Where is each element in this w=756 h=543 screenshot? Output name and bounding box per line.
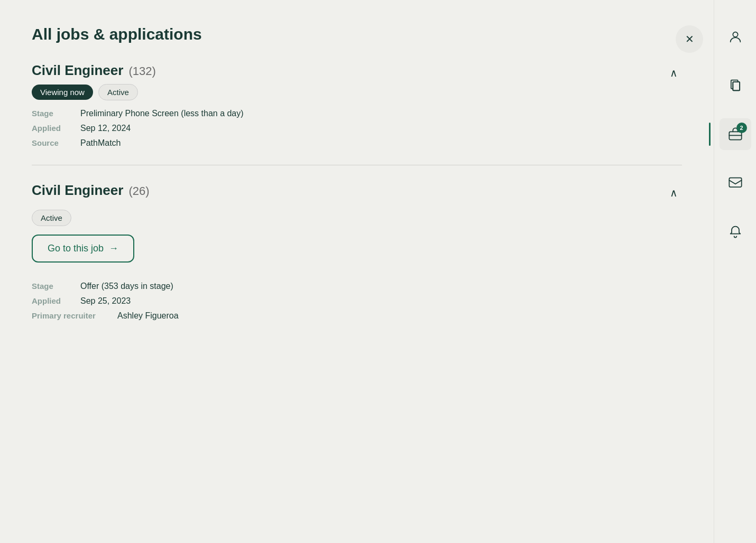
collapse-button-2[interactable]: ∧ (666, 182, 682, 203)
badge-viewing-now: Viewing now (32, 85, 93, 100)
main-content: All jobs & applications ✕ Civil Engineer… (0, 0, 714, 543)
collapse-button-1[interactable]: ∧ (666, 62, 682, 83)
applied-value-2: Sep 25, 2023 (80, 296, 131, 306)
stage-value-1: Preliminary Phone Screen (less than a da… (80, 109, 244, 118)
applied-row-1: Applied Sep 12, 2024 (32, 124, 682, 133)
arrow-right-icon: → (109, 243, 118, 254)
recruiter-row-2: Primary recruiter Ashley Figueroa (32, 311, 682, 321)
svg-point-0 (733, 32, 737, 37)
go-to-job-wrapper: Go to this job → (32, 235, 682, 273)
job-details-2: Stage Offer (353 days in stage) Applied … (32, 282, 682, 321)
applied-label-2: Applied (32, 296, 74, 305)
source-row-1: Source PathMatch (32, 138, 682, 148)
svg-rect-2 (733, 82, 740, 90)
stage-value-2: Offer (353 days in stage) (80, 282, 173, 291)
go-to-job-button[interactable]: Go to this job → (32, 235, 134, 263)
job-header-1: Civil Engineer (132) Viewing now Active … (32, 62, 682, 100)
job-header-left-2: Civil Engineer (26) (32, 182, 150, 199)
badges-row-1: Viewing now Active (32, 84, 156, 100)
job-header-2: Civil Engineer (26) ∧ (32, 182, 682, 203)
job-title-1: Civil Engineer (32, 62, 123, 79)
sidebar: 2 (714, 0, 756, 543)
job-title-2: Civil Engineer (32, 182, 123, 199)
recruiter-value-2: Ashley Figueroa (117, 311, 179, 321)
sidebar-item-messages[interactable] (720, 167, 751, 199)
svg-rect-6 (729, 178, 741, 188)
bell-icon (728, 224, 743, 239)
stage-label-1: Stage (32, 109, 74, 118)
job-section-1: Civil Engineer (132) Viewing now Active … (32, 62, 682, 148)
job-details-1: Stage Preliminary Phone Screen (less tha… (32, 109, 682, 148)
badge-active-1: Active (98, 84, 138, 100)
sidebar-item-notifications[interactable] (720, 216, 751, 247)
page-title: All jobs & applications (32, 25, 682, 43)
job-title-row-2: Civil Engineer (26) (32, 182, 150, 199)
job-count-1: (132) (128, 64, 155, 78)
job-title-row-1: Civil Engineer (132) (32, 62, 156, 79)
stage-row-1: Stage Preliminary Phone Screen (less tha… (32, 109, 682, 118)
job-section-2: Civil Engineer (26) ∧ Active Go to this … (32, 182, 682, 321)
stage-row-2: Stage Offer (353 days in stage) (32, 282, 682, 291)
badge-active-2: Active (32, 210, 71, 226)
go-to-job-label: Go to this job (48, 243, 104, 254)
documents-icon (728, 78, 743, 93)
jobs-badge-count: 2 (736, 123, 747, 133)
close-button[interactable]: ✕ (676, 25, 703, 53)
source-value-1: PathMatch (80, 138, 121, 148)
user-icon (728, 30, 743, 44)
applied-value-1: Sep 12, 2024 (80, 124, 131, 133)
applied-label-1: Applied (32, 124, 74, 133)
recruiter-label-2: Primary recruiter (32, 311, 111, 320)
sidebar-item-user[interactable] (720, 21, 751, 53)
messages-icon (728, 175, 743, 190)
divider (32, 165, 682, 165)
source-label-1: Source (32, 138, 74, 147)
job-count-2: (26) (128, 184, 149, 198)
stage-label-2: Stage (32, 282, 74, 291)
sidebar-item-documents[interactable] (720, 70, 751, 101)
applied-row-2: Applied Sep 25, 2023 (32, 296, 682, 306)
sidebar-item-jobs[interactable]: 2 (720, 118, 751, 150)
job-header-left-1: Civil Engineer (132) Viewing now Active (32, 62, 156, 100)
